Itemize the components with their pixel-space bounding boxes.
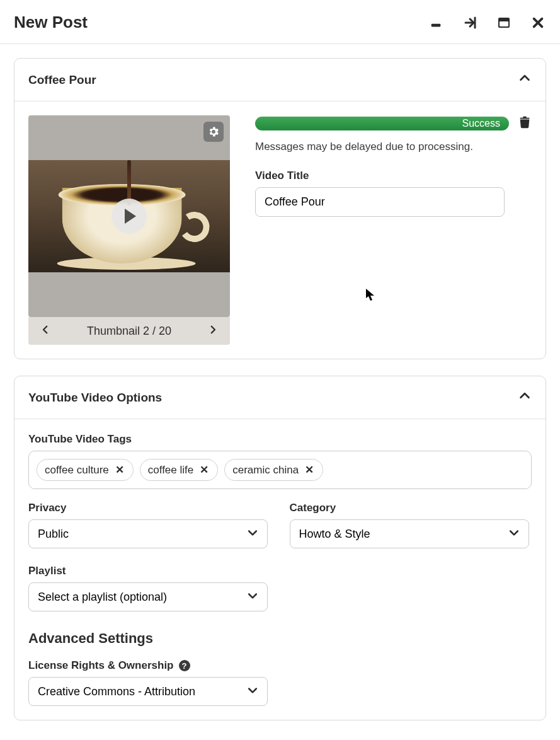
gear-icon	[207, 125, 220, 138]
tag-text: coffee culture	[45, 464, 109, 477]
trash-icon	[518, 115, 532, 129]
privacy-select[interactable]: Public	[28, 519, 268, 548]
tag-item: coffee culture ✕	[37, 459, 134, 481]
chevron-left-icon	[40, 324, 51, 335]
play-button[interactable]	[111, 199, 147, 234]
category-label: Category	[290, 502, 532, 514]
thumbnail-counter: Thumbnail 2 / 20	[87, 325, 171, 338]
video-title-input[interactable]	[255, 187, 505, 217]
tag-text: coffee life	[148, 464, 193, 477]
help-icon[interactable]: ?	[179, 660, 190, 671]
upload-status-label: Success	[462, 118, 500, 129]
playlist-label: Playlist	[28, 565, 532, 577]
video-card-header[interactable]: Coffee Pour	[14, 59, 546, 101]
dock-right-button[interactable]	[462, 14, 478, 31]
thumbnail-next-button[interactable]	[203, 321, 222, 341]
tag-remove-button[interactable]: ✕	[304, 463, 315, 477]
privacy-label: Privacy	[28, 502, 271, 514]
youtube-options-card: YouTube Video Options YouTube Video Tags…	[14, 376, 546, 720]
license-label: License Rights & Ownership	[28, 659, 174, 672]
category-select[interactable]: Howto & Style	[290, 519, 529, 548]
youtube-options-title: YouTube Video Options	[28, 391, 162, 405]
close-button[interactable]	[530, 14, 546, 31]
video-title-label: Video Title	[255, 170, 532, 182]
processing-note: Messages may be delayed due to processin…	[255, 141, 532, 153]
tag-text: ceramic china	[232, 464, 299, 477]
delete-video-button[interactable]	[518, 115, 532, 132]
chevron-up-icon	[518, 389, 532, 406]
upload-progress-bar: Success	[255, 117, 509, 130]
tag-item: coffee life ✕	[140, 459, 218, 481]
youtube-options-header[interactable]: YouTube Video Options	[14, 376, 546, 419]
svg-rect-0	[431, 23, 441, 26]
thumbnail-prev-button[interactable]	[36, 321, 55, 341]
video-card-title: Coffee Pour	[28, 73, 96, 87]
license-select[interactable]: Creative Commons - Attribution	[28, 677, 268, 706]
thumbnail-settings-button[interactable]	[203, 122, 224, 142]
window-toggle-button[interactable]	[496, 14, 512, 31]
video-card: Coffee Pour	[14, 58, 546, 359]
advanced-settings-title: Advanced Settings	[28, 630, 532, 647]
tag-item: ceramic china ✕	[224, 459, 323, 481]
page-title: New Post	[14, 13, 88, 32]
minimize-button[interactable]	[428, 14, 444, 31]
thumbnail-image	[28, 160, 230, 272]
tags-input[interactable]: coffee culture ✕ coffee life ✕ ceramic c…	[28, 451, 532, 489]
tag-remove-button[interactable]: ✕	[114, 463, 125, 477]
tag-remove-button[interactable]: ✕	[198, 463, 210, 477]
svg-rect-2	[500, 21, 508, 26]
chevron-right-icon	[207, 324, 219, 335]
video-thumbnail[interactable]	[28, 115, 230, 317]
playlist-select[interactable]: Select a playlist (optional)	[28, 582, 268, 611]
tags-label: YouTube Video Tags	[28, 433, 532, 446]
chevron-up-icon	[518, 71, 532, 88]
